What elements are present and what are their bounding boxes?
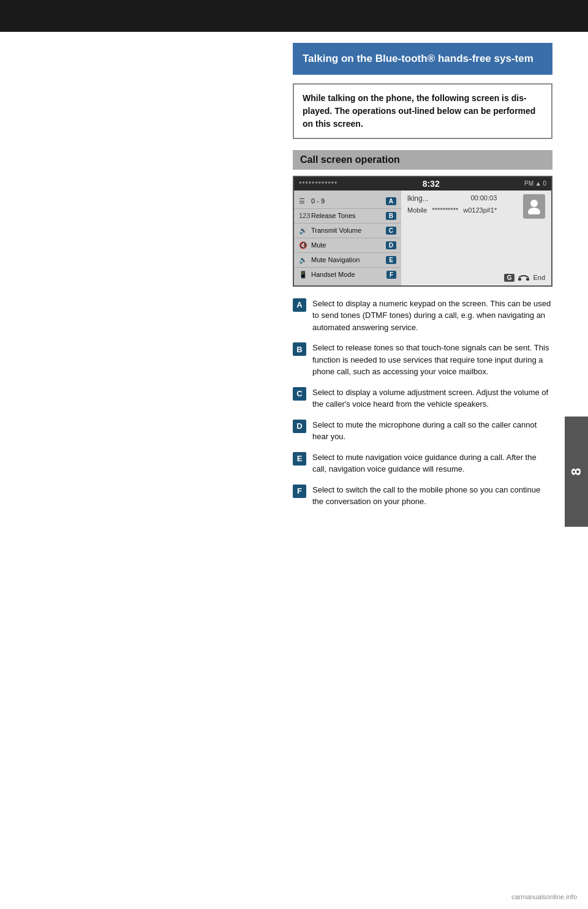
section-d-block: D Select to mute the microphone during a… xyxy=(293,419,552,443)
avatar xyxy=(523,194,545,219)
menu-icon-release-tones: 123 xyxy=(299,212,309,219)
phone-time: 8:32 xyxy=(423,179,440,189)
bottom-logo: carmanualsonline.info xyxy=(511,893,577,900)
section-a-text: Select to display a numeric keypad on th… xyxy=(312,298,552,334)
phone-icons: PM ▲ 0 xyxy=(524,180,546,187)
section-c-block: C Select to display a volume adjustment … xyxy=(293,387,552,410)
section-b: B Select to release tones so that touch-… xyxy=(293,342,552,378)
phone-menu: ☰ 0 - 9 A 123 Release Tones B 🔊 Transmit… xyxy=(294,190,401,285)
menu-label-0-9: 0 - 9 xyxy=(311,197,383,205)
section-b-block: B Select to release tones so that touch-… xyxy=(293,342,552,378)
phone-body: ☰ 0 - 9 A 123 Release Tones B 🔊 Transmit… xyxy=(294,190,551,285)
section-a: A Select to display a numeric keypad on … xyxy=(293,298,552,334)
menu-item-handset-mode: 📱 Handset Mode F xyxy=(294,268,401,282)
phone-call-info: lking... 00:00:03 Mobile ********** w012… xyxy=(407,194,545,219)
contact-type: Mobile xyxy=(407,206,427,214)
end-row: G End xyxy=(407,274,545,282)
end-label: End xyxy=(533,274,545,281)
svg-rect-2 xyxy=(518,278,521,281)
badge-a: A xyxy=(386,197,396,205)
section-e-block: E Select to mute navigation voice guidan… xyxy=(293,451,552,475)
phone-stars: ************ xyxy=(299,180,337,187)
menu-item-mute-navigation: 🔈 Mute Navigation E xyxy=(294,253,401,268)
badge-c: C xyxy=(386,227,396,235)
contact-id: w0123p#1* xyxy=(463,206,497,214)
menu-item-mute: 🔇 Mute D xyxy=(294,238,401,253)
contact-info: Mobile ********** w0123p#1* xyxy=(407,206,497,214)
section-f-text: Select to switch the call to the mobile … xyxy=(312,484,552,508)
main-content: Talking on the Blue-tooth® hands-free sy… xyxy=(282,32,564,535)
section-d-text: Select to mute the microphone during a c… xyxy=(312,419,552,443)
section-d: D Select to mute the microphone during a… xyxy=(293,419,552,443)
label-badge-e: E xyxy=(293,452,306,466)
menu-label-handset-mode: Handset Mode xyxy=(311,271,384,278)
section-f-block: F Select to switch the call to the mobil… xyxy=(293,484,552,508)
svg-rect-3 xyxy=(526,278,529,281)
section-header: Talking on the Blue-tooth® hands-free sy… xyxy=(293,43,552,75)
section-b-text: Select to release tones so that touch-to… xyxy=(312,342,552,378)
chapter-tab: 8 xyxy=(565,417,588,527)
label-badge-c: C xyxy=(293,387,306,401)
label-badge-b: B xyxy=(293,342,306,356)
contact-number: ********** xyxy=(432,206,458,214)
section-header-title: Talking on the Blue-tooth® hands-free sy… xyxy=(303,53,533,64)
call-screen-label: Call screen operation xyxy=(293,150,552,170)
menu-label-mute-navigation: Mute Navigation xyxy=(311,256,383,263)
badge-b: B xyxy=(386,212,396,220)
chapter-number: 8 xyxy=(568,468,584,475)
call-time: 00:00:03 xyxy=(470,194,497,202)
badge-d: D xyxy=(386,241,396,249)
section-e: E Select to mute navigation voice guidan… xyxy=(293,451,552,475)
badge-e: E xyxy=(386,256,396,264)
label-badge-d: D xyxy=(293,420,306,433)
menu-item-0-9: ☰ 0 - 9 A xyxy=(294,194,401,209)
menu-icon-handset-mode: 📱 xyxy=(299,271,309,279)
badge-f: F xyxy=(386,271,396,279)
menu-icon-mute: 🔇 xyxy=(299,241,309,249)
section-a-block: A Select to display a numeric keypad on … xyxy=(293,298,552,334)
menu-icon-0-9: ☰ xyxy=(299,197,309,205)
section-e-text: Select to mute navigation voice guidance… xyxy=(312,451,552,475)
call-status-text: lking... xyxy=(407,194,429,203)
end-call-icon xyxy=(518,274,529,281)
svg-point-0 xyxy=(530,200,538,207)
phone-screen-mockup: ************ 8:32 PM ▲ 0 ☰ 0 - 9 A 123 R… xyxy=(293,176,552,287)
label-badge-a: A xyxy=(293,298,306,312)
svg-point-1 xyxy=(528,208,540,214)
end-badge-g: G xyxy=(504,274,515,282)
call-status-row: lking... 00:00:03 xyxy=(407,194,497,203)
phone-top-bar: ************ 8:32 PM ▲ 0 xyxy=(294,177,551,190)
menu-label-release-tones: Release Tones xyxy=(311,212,383,219)
menu-item-transmit-volume: 🔊 Transmit Volume C xyxy=(294,224,401,238)
menu-icon-mute-navigation: 🔈 xyxy=(299,256,309,264)
section-c: C Select to display a volume adjustment … xyxy=(293,387,552,410)
top-bar xyxy=(0,0,588,32)
info-box-text: While talking on the phone, the followin… xyxy=(303,93,535,129)
section-c-text: Select to display a volume adjustment sc… xyxy=(312,387,552,410)
call-details: lking... 00:00:03 Mobile ********** w012… xyxy=(407,194,497,214)
menu-icon-transmit-volume: 🔊 xyxy=(299,227,309,235)
menu-item-release-tones: 123 Release Tones B xyxy=(294,209,401,224)
info-box: While talking on the phone, the followin… xyxy=(293,83,552,139)
menu-label-mute: Mute xyxy=(311,241,383,249)
menu-label-transmit-volume: Transmit Volume xyxy=(311,227,383,234)
phone-call-panel: lking... 00:00:03 Mobile ********** w012… xyxy=(401,190,551,285)
section-f: F Select to switch the call to the mobil… xyxy=(293,484,552,508)
label-badge-f: F xyxy=(293,485,306,498)
